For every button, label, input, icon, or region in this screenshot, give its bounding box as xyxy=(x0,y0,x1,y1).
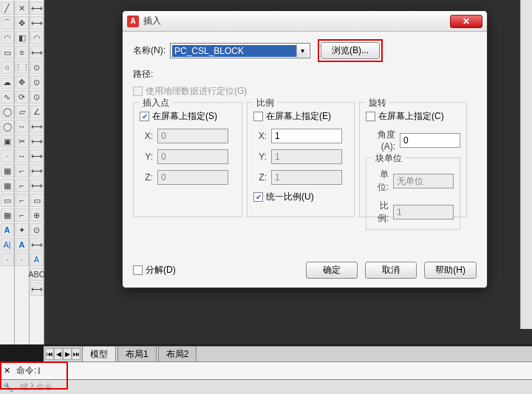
tool-dimedit[interactable]: A xyxy=(30,253,44,266)
insert-onscreen-checkbox[interactable] xyxy=(140,112,149,121)
tool-dim-ang[interactable]: ∠ xyxy=(30,105,44,118)
angle-input[interactable] xyxy=(400,133,460,148)
tool-line[interactable]: ╱ xyxy=(1,1,14,15)
command-close-icon[interactable]: ✕ xyxy=(1,366,12,376)
scale-x-input[interactable] xyxy=(271,129,342,143)
tool-mtext[interactable]: A xyxy=(1,223,14,237)
tool-dim-arc[interactable]: ◠ xyxy=(30,31,44,44)
unit-input xyxy=(393,174,454,188)
tool-dim-radius[interactable]: ⊙ xyxy=(30,61,44,74)
tab-layout2[interactable]: 布局2 xyxy=(158,346,197,362)
dialog-close-button[interactable]: ✕ xyxy=(450,15,482,28)
tool-circle[interactable]: ○ xyxy=(1,61,14,74)
tool-point[interactable]: · xyxy=(1,149,14,163)
help-button[interactable]: 帮助(H) xyxy=(424,262,477,279)
tool-table[interactable]: ▦ xyxy=(1,208,14,222)
tab-nav-first[interactable]: ⏮ xyxy=(45,348,54,360)
tool-dim-cont[interactable]: ⟷ xyxy=(30,149,44,163)
tool-erase[interactable]: ✕ xyxy=(16,1,29,15)
tool-extend[interactable]: ↔ xyxy=(16,149,29,163)
tool-dim-base[interactable]: ⟷ xyxy=(30,135,44,148)
tool-extra1[interactable]: · xyxy=(1,253,14,266)
canvas-scrollbar-v[interactable] xyxy=(520,0,532,329)
tool-gradient[interactable]: ▦ xyxy=(1,179,14,192)
tool-cloud[interactable]: ☁ xyxy=(1,75,14,89)
explode-checkbox[interactable] xyxy=(133,265,143,275)
name-combo[interactable]: PC_CSL_BLOCK ▾ xyxy=(170,43,310,58)
scale-onscreen-checkbox[interactable] xyxy=(253,112,263,121)
tool-mirror[interactable]: ◧ xyxy=(16,31,29,44)
command-input[interactable] xyxy=(38,366,333,376)
chevron-down-icon[interactable]: ▾ xyxy=(296,44,308,57)
tool-dim-ord[interactable]: ⟷ xyxy=(30,46,44,59)
tool-copy[interactable]: ✥ xyxy=(16,16,29,30)
tool-fillet[interactable]: ⌐ xyxy=(16,208,29,222)
tool-region[interactable]: ▭ xyxy=(1,194,14,207)
tool-tolerance[interactable]: ▭ xyxy=(30,194,44,207)
tool-dim-aligned[interactable]: ⟷ xyxy=(30,16,44,30)
tool-join[interactable]: ⌐ xyxy=(16,179,29,192)
insert-x-input xyxy=(157,129,228,143)
dialog-titlebar[interactable]: A 插入 ✕ xyxy=(123,11,487,32)
tab-layout1[interactable]: 布局1 xyxy=(117,346,157,362)
tool-dim-space[interactable]: ⟷ xyxy=(30,164,44,177)
insert-y-label: Y: xyxy=(140,152,153,162)
uniform-scale-checkbox[interactable] xyxy=(253,192,263,202)
dialog-title: 插入 xyxy=(143,15,450,27)
tab-nav-prev[interactable]: ◀ xyxy=(54,348,63,360)
command-line: ✕ 命令: xyxy=(0,361,532,379)
tool-dim-jogline[interactable]: ⟷ xyxy=(30,238,44,251)
tool-extra2[interactable]: · xyxy=(16,253,29,266)
tool-rect[interactable]: ▭ xyxy=(1,46,14,59)
tab-model[interactable]: 模型 xyxy=(82,346,116,362)
tool-ellipse-arc[interactable]: ◯ xyxy=(1,120,14,133)
tool-move[interactable]: ✥ xyxy=(16,75,29,89)
tool-dim-break[interactable]: ⟷ xyxy=(30,179,44,192)
tool-chamfer[interactable]: ⌐ xyxy=(16,194,29,207)
tool-rotate[interactable]: ⟳ xyxy=(16,90,29,103)
rotate-onscreen-checkbox[interactable] xyxy=(366,112,375,121)
tab-nav-last[interactable]: ⏭ xyxy=(72,348,81,360)
tool-hatch[interactable]: ▦ xyxy=(1,164,14,177)
tool-dim-dia[interactable]: ⊙ xyxy=(30,90,44,103)
tool-text[interactable]: A| xyxy=(1,238,14,251)
modify-toolbar: ✕ ✥ ◧ ≡ ⋮⋮ ✥ ⟳ ▱ ↔ ✂ ↔ ⌐ ⌐ ⌐ ⌐ ✦ A · xyxy=(15,0,30,344)
tab-nav-next[interactable]: ▶ xyxy=(63,348,72,360)
browse-button[interactable]: 浏览(B)... xyxy=(321,42,380,59)
insert-x-label: X: xyxy=(140,131,153,141)
tool-dimtedit[interactable]: ABC xyxy=(30,268,44,281)
tool-explode[interactable]: ✦ xyxy=(16,223,29,237)
tool-dim-quick[interactable]: ⟷ xyxy=(30,120,44,133)
tool-dtext[interactable]: A xyxy=(16,238,29,251)
tool-offset[interactable]: ≡ xyxy=(16,46,29,59)
tool-arc[interactable]: ◠ xyxy=(1,31,14,44)
tool-pline[interactable]: ⌒ xyxy=(1,16,14,30)
tool-dim-linear[interactable]: ⟷ xyxy=(30,1,44,15)
ok-button[interactable]: 确定 xyxy=(306,262,358,279)
tool-spline[interactable]: ∿ xyxy=(1,90,14,103)
tool-trim[interactable]: ✂ xyxy=(16,135,29,148)
tool-scale[interactable]: ▱ xyxy=(16,105,29,118)
command-label: 命令: xyxy=(16,364,36,377)
geo-label: 使用地理数据进行定位(G) xyxy=(146,85,247,98)
wrench-icon[interactable]: 🔧 xyxy=(3,382,14,393)
tool-stretch[interactable]: ↔ xyxy=(16,120,29,133)
scale-legend: 比例 xyxy=(253,97,277,109)
tool-center-mark[interactable]: ⊕ xyxy=(30,208,44,222)
tool-inspect[interactable]: ⊙ xyxy=(30,223,44,237)
tool-dimstyle[interactable]: ⟷ xyxy=(30,282,44,296)
scale-y-label: Y: xyxy=(253,152,267,162)
dimension-toolbar: ⟷ ⟷ ◠ ⟷ ⊙ ⊙ ⊙ ∠ ⟷ ⟷ ⟷ ⟷ ⟷ ▭ ⊕ ⊙ ⟷ A ABC … xyxy=(30,0,44,344)
tool-array[interactable]: ⋮⋮ xyxy=(16,61,29,74)
tool-block[interactable]: ▣ xyxy=(1,135,14,148)
scale-x-label: X: xyxy=(253,131,267,141)
scale-z-input xyxy=(271,170,342,185)
tool-dim-jog[interactable]: ⊙ xyxy=(30,75,44,89)
name-combo-value: PC_CSL_BLOCK xyxy=(172,45,296,57)
insert-dialog: A 插入 ✕ 名称(N): PC_CSL_BLOCK ▾ 浏览(B)... 路径… xyxy=(122,10,488,288)
tool-break[interactable]: ⌐ xyxy=(16,164,29,177)
tool-ellipse[interactable]: ◯ xyxy=(1,105,14,118)
cancel-button[interactable]: 取消 xyxy=(365,262,417,279)
rotate-legend: 旋转 xyxy=(366,97,389,109)
draw-toolbar: ╱ ⌒ ◠ ▭ ○ ☁ ∿ ◯ ◯ ▣ · ▦ ▦ ▭ ▦ A A| · xyxy=(0,0,15,344)
